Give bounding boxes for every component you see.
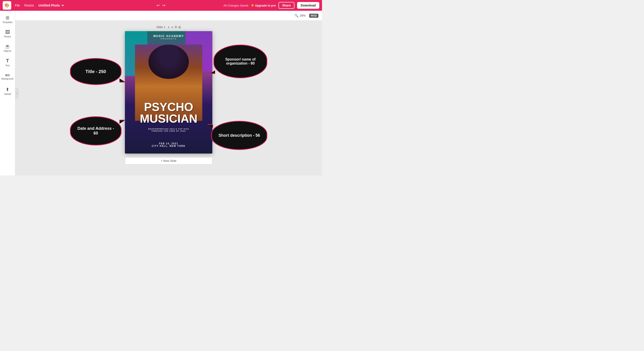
canvas-area: Slide 1 ∧ ∨ ⧉ ⊞	[15, 21, 322, 175]
poster-subtitle1: REINTERPRETING 2021'S TOP HITS	[125, 128, 212, 130]
sidebar: ⊞ Templates 🖼 Photos ☕ Objects T Text BG…	[0, 11, 15, 175]
logo[interactable]: 🎨	[3, 1, 11, 10]
title-annotation[interactable]: Title - 250	[70, 58, 122, 85]
sidebar-item-upload[interactable]: ⬆ Upload	[1, 84, 14, 98]
photos-label: Photos	[4, 35, 11, 38]
poster-title-line1: PSYCHO	[125, 101, 212, 113]
upload-label: Upload	[4, 93, 11, 95]
text-icon: T	[6, 58, 9, 64]
poster-header: MUSIC ACADEMY PRESENTS	[125, 34, 212, 40]
edit-title-icon: ✏	[62, 4, 64, 7]
description-bubble-text: Short description - 56	[218, 133, 260, 138]
sidebar-item-templates[interactable]: ⊞ Templates	[1, 12, 14, 26]
slide-up-button[interactable]: ∧	[168, 25, 170, 29]
document-title[interactable]: Untitled Photo ✏	[38, 3, 64, 7]
objects-label: Objects	[4, 50, 12, 52]
objects-icon: ☕	[5, 44, 10, 49]
background-icon: BG	[6, 73, 10, 77]
poster-main-title: PSYCHO MUSICIAN	[125, 101, 212, 124]
slide-copy-button[interactable]: ⧉	[175, 25, 177, 29]
slide-canvas: MUSIC ACADEMY PRESENTS PSYCHO MUSICIAN R…	[125, 31, 212, 154]
sidebar-item-objects[interactable]: ☕ Objects	[1, 41, 14, 55]
poster-subtitle: REINTERPRETING 2021'S TOP HITS THROUGH T…	[125, 128, 212, 132]
templates-icon: ⊞	[6, 15, 10, 20]
poster-subtitle2: THROUGH THE LENS OF JAZZ	[125, 130, 212, 132]
poster-organization: MUSIC ACADEMY	[125, 34, 212, 38]
zoom-icon: 🔍	[294, 14, 299, 18]
title-bubble-text: Title - 250	[86, 69, 106, 74]
sponsor-annotation[interactable]: Sponsor/ name of organization - 80	[214, 45, 267, 78]
poster-footer: FEB 14, 2021 CITY HALL, NEW YORK	[125, 142, 212, 147]
save-status: All Changes Saved	[223, 4, 248, 7]
photos-icon: 🖼	[6, 29, 10, 35]
sidebar-collapse-button[interactable]: ›	[15, 88, 19, 99]
logo-icon: 🎨	[4, 3, 10, 8]
date-annotation[interactable]: Date and Address - 60	[70, 116, 122, 145]
canvas-topbar: 🔍 24% MAD	[15, 11, 322, 21]
upgrade-button[interactable]: ★ Upgrade to pro	[251, 3, 276, 7]
date-bubble-text: Date and Address - 60	[77, 126, 114, 136]
download-button[interactable]: Download	[297, 2, 319, 9]
slide-header: Slide 1 ∧ ∨ ⧉ ⊞	[156, 25, 181, 29]
undo-redo-controls: ↩ ↪	[156, 3, 166, 8]
sidebar-item-photos[interactable]: 🖼 Photos	[1, 27, 14, 40]
topbar: 🎨 File Resize Untitled Photo ✏ ↩ ↪ All C…	[0, 0, 322, 11]
zoom-control[interactable]: 🔍 24%	[294, 14, 306, 18]
slide-add-button[interactable]: ⊞	[178, 25, 181, 29]
new-slide-button[interactable]: + New Slide	[125, 157, 212, 165]
description-annotation[interactable]: Short description - 56	[211, 121, 267, 150]
sidebar-item-background[interactable]: BG Background	[1, 70, 14, 83]
templates-label: Templates	[2, 21, 13, 23]
user-avatar: MAD	[309, 14, 318, 18]
poster-title-line2: MUSICIAN	[125, 113, 212, 124]
zoom-value: 24%	[300, 14, 306, 17]
topbar-actions: All Changes Saved ★ Upgrade to pro Share…	[223, 2, 319, 9]
share-button[interactable]: Share	[278, 2, 294, 9]
topbar-menu: File Resize Untitled Photo ✏	[15, 3, 64, 7]
upload-icon: ⬆	[6, 87, 10, 92]
resize-menu[interactable]: Resize	[24, 3, 34, 7]
slide: MUSIC ACADEMY PRESENTS PSYCHO MUSICIAN R…	[125, 31, 212, 154]
poster-presents: PRESENTS	[125, 38, 212, 40]
star-icon: ★	[251, 3, 254, 7]
slide-controls: ∧ ∨ ⧉ ⊞	[168, 25, 181, 29]
main-area: 🔍 24% MAD › Slide 1 ∧ ∨ ⧉ ⊞	[15, 11, 322, 175]
background-label: Background	[2, 77, 14, 80]
poster-date: FEB 14, 2021	[125, 142, 212, 145]
main-layout: ⊞ Templates 🖼 Photos ☕ Objects T Text BG…	[0, 11, 322, 175]
text-label: Text	[6, 64, 10, 67]
file-menu[interactable]: File	[15, 3, 20, 7]
slide-and-annotations: MUSIC ACADEMY PRESENTS PSYCHO MUSICIAN R…	[68, 31, 270, 154]
undo-button[interactable]: ↩	[156, 3, 160, 8]
redo-button[interactable]: ↪	[162, 3, 166, 8]
sponsor-bubble-text: Sponsor/ name of organization - 80	[225, 57, 256, 65]
slide-down-button[interactable]: ∨	[171, 25, 173, 29]
sidebar-item-text[interactable]: T Text	[1, 56, 14, 69]
poster-location: CITY HALL, NEW YORK	[125, 145, 212, 147]
slide-label: Slide 1	[156, 25, 165, 29]
